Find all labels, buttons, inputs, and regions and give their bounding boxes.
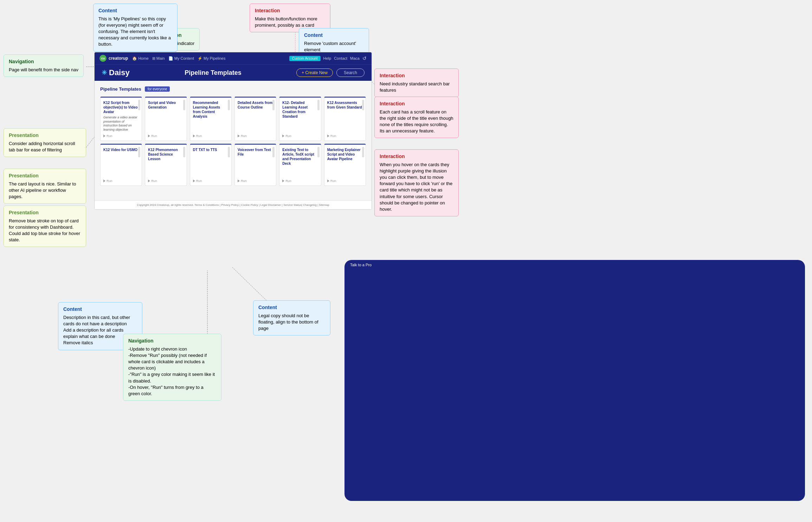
annotation-nav3-title: Navigation <box>128 338 216 345</box>
card-run-label-11: Run <box>330 179 336 183</box>
annotation-presentation2: Presentation The card layout is nice. Si… <box>4 169 86 204</box>
card-run-button-10[interactable]: Run <box>282 179 318 183</box>
pipeline-card-9[interactable]: Voiceover from Text FileRun <box>234 144 276 186</box>
run-arrow-icon-5 <box>327 135 329 137</box>
annotation-content2-title: Content <box>304 32 364 39</box>
brand-logo-icon: cu <box>99 55 107 62</box>
card-run-button-1[interactable]: Run <box>148 134 183 138</box>
card-scroll-indicator-5 <box>362 100 364 110</box>
card-title-0[interactable]: K12 Script from objective(s) to Video Av… <box>103 100 139 114</box>
search-button[interactable]: Search <box>336 68 365 77</box>
pipeline-card-0[interactable]: K12 Script from objective(s) to Video Av… <box>100 97 142 141</box>
brand-name: ✳ Daisy <box>102 68 130 77</box>
talk-to-pro-button[interactable]: Talk to a Pro <box>344 260 805 501</box>
pipeline-card-8[interactable]: DT TXT to TTSRun <box>190 144 232 186</box>
sub-header: ✳ Daisy Pipeline Templates + Create New … <box>95 64 372 81</box>
card-title-10[interactable]: Existing Text to Article, TedX script an… <box>282 148 318 178</box>
brand-name-text: Daisy <box>109 68 130 77</box>
card-run-button-11[interactable]: Run <box>327 179 363 183</box>
card-run-button-7[interactable]: Run <box>148 179 183 183</box>
annotation-nav3-text: -Update to right chevron icon -Remove "R… <box>128 346 216 397</box>
card-run-label-8: Run <box>196 179 202 183</box>
card-run-label-5: Run <box>330 134 336 138</box>
annotation-interaction2-title: Interaction <box>380 72 453 79</box>
card-run-button-6[interactable]: Run <box>103 179 139 183</box>
nav-link-main[interactable]: ⊞ Main <box>152 56 165 61</box>
annotation-interaction3-title: Interaction <box>380 100 453 107</box>
nav-link-help[interactable]: Help <box>323 56 331 60</box>
card-run-button-0[interactable]: Run <box>103 134 139 138</box>
annotation-content1-title: Content <box>98 7 172 14</box>
pipeline-card-10[interactable]: Existing Text to Article, TedX script an… <box>279 144 321 186</box>
annotation-content4-text: Legal copy should not be floating, align… <box>258 313 325 332</box>
run-arrow-icon-11 <box>327 180 329 182</box>
refresh-icon[interactable]: ↺ <box>362 56 367 61</box>
run-arrow-icon-7 <box>148 180 150 182</box>
nav-link-home[interactable]: 🏠 Home <box>132 56 148 61</box>
pipeline-card-2[interactable]: Recommended Learning Assets from Content… <box>190 97 232 141</box>
annotation-interaction2: Interaction Need industry standard searc… <box>374 68 459 97</box>
card-scroll-indicator-2 <box>228 100 230 110</box>
run-arrow-icon-6 <box>103 180 105 182</box>
ui-footer: Copyright 2024 Creatorup, all rights res… <box>95 200 372 209</box>
pipeline-card-5[interactable]: K12 Assessments from Given StandardRun <box>324 97 366 141</box>
nav-link-maca[interactable]: Maca <box>350 56 360 60</box>
pipeline-card-4[interactable]: K12- Detailed Learning Asset Creation fr… <box>279 97 321 141</box>
run-arrow-icon-0 <box>103 135 105 137</box>
card-run-button-3[interactable]: Run <box>238 134 273 138</box>
annotation-content4: Content Legal copy should not be floatin… <box>253 300 330 335</box>
run-arrow-icon-8 <box>193 180 195 182</box>
annotation-presentation3: Presentation Remove blue stroke on top o… <box>4 205 86 247</box>
card-scroll-indicator-7 <box>183 147 185 157</box>
page-title: Pipeline Templates <box>185 69 241 77</box>
card-title-8[interactable]: DT TXT to TTS <box>193 148 228 178</box>
annotation-presentation2-text: The card layout is nice. Similar to othe… <box>9 181 81 200</box>
pipeline-card-7[interactable]: K12 Phenomenon Based Science LessonRun <box>145 144 187 186</box>
annotation-interaction3: Interaction Each card has a scroll featu… <box>374 97 459 138</box>
brand-star-icon: ✳ <box>102 69 107 77</box>
annotation-presentation3-text: Remove blue stroke on top of card for co… <box>9 218 81 243</box>
card-title-7[interactable]: K12 Phenomenon Based Science Lesson <box>148 148 183 178</box>
card-scroll-indicator-11 <box>362 147 364 157</box>
card-title-4[interactable]: K12- Detailed Learning Asset Creation fr… <box>282 100 318 133</box>
brand-logo-text: creatorup <box>109 56 128 61</box>
annotation-content1: Content This is 'My Pipelines' so this c… <box>93 4 178 52</box>
card-scroll-indicator-4 <box>317 100 320 110</box>
card-title-5[interactable]: K12 Assessments from Given Standard <box>327 100 363 133</box>
card-run-label-10: Run <box>285 179 291 183</box>
header-actions: + Create New Search <box>296 68 365 77</box>
card-title-3[interactable]: Detailed Assets from Course Outline <box>238 100 273 133</box>
card-title-11[interactable]: Marketing Explainer Script and Video Ava… <box>327 148 363 178</box>
card-run-button-4[interactable]: Run <box>282 134 318 138</box>
pipeline-card-11[interactable]: Marketing Explainer Script and Video Ava… <box>324 144 366 186</box>
annotation-interaction1-title: Interaction <box>255 7 325 14</box>
card-title-6[interactable]: K12 Video for USMO <box>103 148 139 178</box>
pipeline-card-6[interactable]: K12 Video for USMORun <box>100 144 142 186</box>
annotation-presentation1-text: Consider adding horizontal scroll tab ba… <box>9 141 81 153</box>
card-run-label-0: Run <box>107 134 112 138</box>
card-run-button-8[interactable]: Run <box>193 179 228 183</box>
nav-link-mycontent[interactable]: 📄 My Content <box>168 56 194 61</box>
brand-logo: cu creatorup <box>99 55 128 62</box>
run-arrow-icon-10 <box>282 180 284 182</box>
nav-link-contact[interactable]: Contact <box>334 56 347 60</box>
annotation-interaction4-title: Interaction <box>380 153 453 160</box>
card-title-2[interactable]: Recommended Learning Assets from Content… <box>193 100 228 133</box>
nav-link-mypipelines[interactable]: ⚡ My Pipelines <box>198 56 225 61</box>
card-title-9[interactable]: Voiceover from Text File <box>238 148 273 178</box>
card-run-button-2[interactable]: Run <box>193 134 228 138</box>
filter-bar: Pipeline Templates for everyone <box>100 86 366 92</box>
pipeline-card-3[interactable]: Detailed Assets from Course OutlineRun <box>234 97 276 141</box>
run-arrow-icon-2 <box>193 135 195 137</box>
card-title-1[interactable]: Script and Video Generation <box>148 100 183 133</box>
card-run-button-9[interactable]: Run <box>238 179 273 183</box>
pipeline-card-1[interactable]: Script and Video GenerationRun <box>145 97 187 141</box>
custom-account-button[interactable]: Custom Account <box>289 56 321 61</box>
filter-badge[interactable]: for everyone <box>145 86 170 92</box>
svg-line-5 <box>86 137 94 148</box>
card-run-button-5[interactable]: Run <box>327 134 363 138</box>
card-scroll-indicator-8 <box>228 147 230 157</box>
annotation-interaction1-text: Make this button/function more prominent… <box>255 16 325 28</box>
annotation-content1-text: This is 'My Pipelines' so this copy (for… <box>98 16 172 48</box>
create-new-button[interactable]: + Create New <box>296 68 333 77</box>
